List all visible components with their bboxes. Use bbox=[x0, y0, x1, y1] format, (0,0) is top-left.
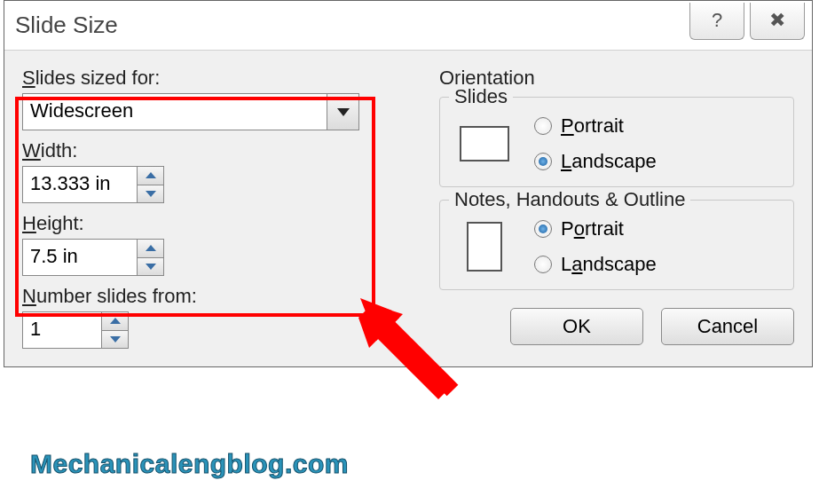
radio-label: Landscape bbox=[561, 150, 657, 173]
dialog-title: Slide Size bbox=[12, 12, 684, 39]
arrow-down-icon bbox=[110, 336, 121, 343]
dialog-content: Slides sized for: Widescreen Width: 13.3… bbox=[4, 51, 812, 366]
help-button[interactable]: ? bbox=[689, 3, 744, 40]
height-spinner[interactable]: 7.5 in bbox=[22, 239, 164, 276]
number-slides-from-label: Number slides from: bbox=[22, 285, 404, 308]
arrow-down-icon bbox=[146, 191, 156, 197]
number-spin-up[interactable] bbox=[102, 312, 128, 330]
slides-sized-for-combobox[interactable]: Widescreen bbox=[22, 93, 359, 130]
notes-landscape-radio[interactable]: Landscape bbox=[534, 253, 657, 276]
cancel-button[interactable]: Cancel bbox=[661, 308, 794, 345]
slides-portrait-radio[interactable]: Portrait bbox=[534, 114, 657, 138]
slides-orientation-group: Slides Portrait Landscape bbox=[439, 97, 794, 187]
radio-label: Landscape bbox=[561, 253, 657, 276]
watermark-text: Mechanicalengblog.com bbox=[30, 449, 349, 479]
radio-icon bbox=[534, 256, 552, 273]
radio-icon bbox=[534, 153, 552, 170]
right-column: Orientation Slides Portrait Land bbox=[439, 67, 794, 345]
height-label: Height: bbox=[22, 212, 404, 235]
height-spin-down[interactable] bbox=[138, 257, 163, 276]
radio-label: Portrait bbox=[561, 217, 624, 240]
titlebar: Slide Size ? ✖ bbox=[4, 1, 812, 51]
ok-button[interactable]: OK bbox=[510, 308, 643, 345]
slide-size-dialog: Slide Size ? ✖ Slides sized for: Widescr… bbox=[4, 0, 813, 367]
arrow-up-icon bbox=[146, 245, 156, 251]
portrait-page-icon bbox=[458, 222, 513, 272]
radio-label: Portrait bbox=[561, 114, 624, 138]
slides-sized-for-label: Slides sized for: bbox=[22, 67, 404, 90]
left-column: Slides sized for: Widescreen Width: 13.3… bbox=[22, 67, 404, 349]
slides-sized-for-value: Widescreen bbox=[23, 94, 327, 130]
radio-icon bbox=[534, 117, 552, 135]
height-spin-up[interactable] bbox=[138, 240, 163, 257]
width-value: 13.333 in bbox=[23, 167, 137, 202]
combobox-dropdown-button[interactable] bbox=[327, 94, 358, 130]
close-button[interactable]: ✖ bbox=[750, 3, 805, 40]
number-from-spinner[interactable]: 1 bbox=[22, 311, 129, 349]
notes-orientation-group: Notes, Handouts & Outline Portrait Lands… bbox=[439, 200, 794, 290]
help-icon: ? bbox=[712, 9, 722, 32]
slides-group-label: Slides bbox=[449, 85, 513, 108]
width-spinner[interactable]: 13.333 in bbox=[22, 166, 164, 203]
dialog-buttons: OK Cancel bbox=[439, 308, 794, 345]
slides-landscape-radio[interactable]: Landscape bbox=[534, 150, 657, 173]
width-spin-down[interactable] bbox=[138, 185, 163, 203]
width-spin-up[interactable] bbox=[138, 167, 163, 185]
notes-portrait-radio[interactable]: Portrait bbox=[534, 217, 657, 240]
radio-icon bbox=[534, 220, 552, 238]
close-icon: ✖ bbox=[769, 9, 785, 32]
width-label: Width: bbox=[22, 139, 404, 162]
arrow-up-icon bbox=[110, 318, 121, 324]
height-value: 7.5 in bbox=[23, 240, 137, 275]
arrow-up-icon bbox=[146, 172, 156, 178]
chevron-down-icon bbox=[337, 108, 350, 116]
number-spin-down[interactable] bbox=[102, 330, 128, 349]
arrow-down-icon bbox=[146, 264, 156, 270]
landscape-page-icon bbox=[458, 119, 513, 169]
notes-group-label: Notes, Handouts & Outline bbox=[449, 188, 690, 211]
number-from-value: 1 bbox=[23, 312, 101, 348]
